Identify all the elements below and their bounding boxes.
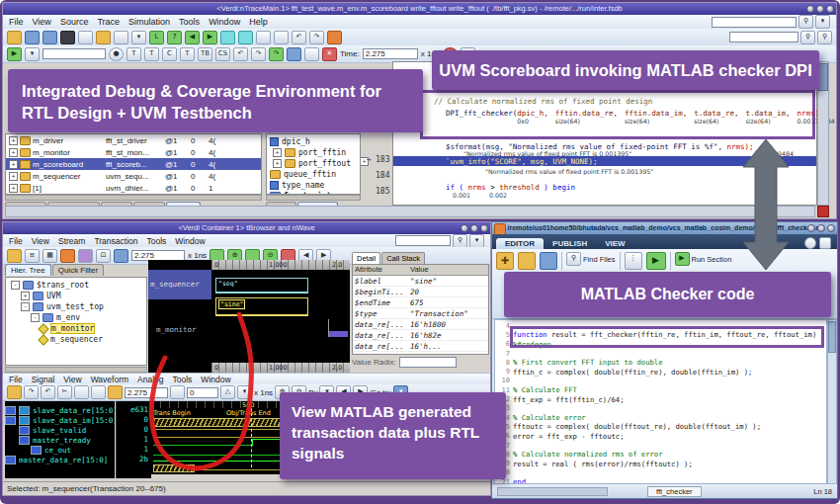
banner-integrated-debug: Integrated Debug & Coverage Environment … <box>8 69 423 132</box>
banner-view-transaction: View MATLAB generated transaction data p… <box>280 392 506 479</box>
screenshot-root: <Verdi:nTraceMain.1> fft_test_wave.m_env… <box>0 0 840 504</box>
highlight-loop-annotation <box>151 314 251 468</box>
banner-uvm-scoreboard: UVM Scoreboard invoking MATLAB checker D… <box>432 50 819 90</box>
banner-matlab-checker: MATLAB Checker code <box>504 272 831 317</box>
sync-arrow-icon <box>743 139 789 270</box>
